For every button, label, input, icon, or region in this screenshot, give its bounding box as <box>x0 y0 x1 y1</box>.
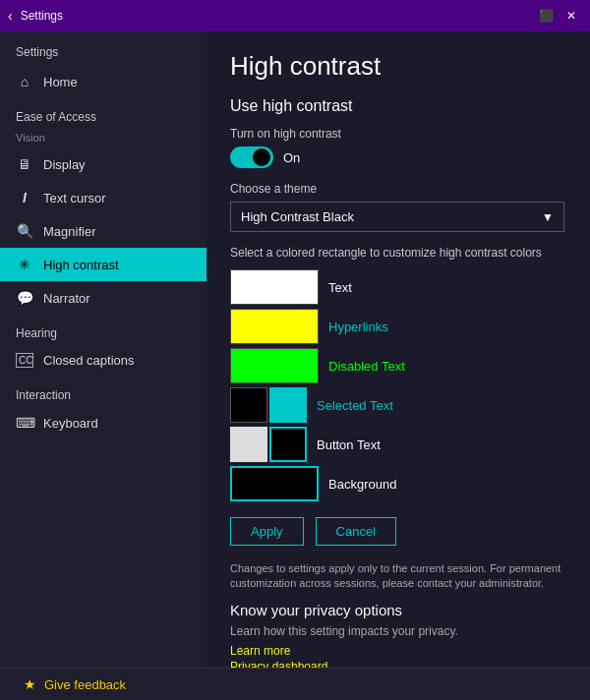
closed-captions-icon: CC <box>16 353 33 368</box>
content-area: High contrast Use high contrast Turn on … <box>206 31 590 668</box>
feedback-bar: ★ Give feedback <box>0 668 590 700</box>
color-box-button-text-1[interactable] <box>230 427 267 462</box>
restore-button[interactable]: ⬛ <box>535 5 557 27</box>
sidebar-top-label: Settings <box>0 39 206 65</box>
high-contrast-icon: ✳ <box>16 257 33 272</box>
magnifier-icon: 🔍 <box>16 223 33 239</box>
color-label-selected-text: Selected Text <box>317 398 393 413</box>
sidebar: Settings ⌂ Home Ease of Access Vision 🖥 … <box>0 31 206 668</box>
color-box-text[interactable] <box>230 269 319 305</box>
title-bar: ‹ Settings ⬛ ✕ <box>0 0 590 31</box>
section-title: Use high contrast <box>230 97 566 115</box>
chevron-down-icon: ▼ <box>542 210 554 224</box>
sidebar-item-closed-captions[interactable]: CC Closed captions <box>0 344 206 377</box>
sidebar-item-home-label: Home <box>43 75 78 89</box>
home-icon: ⌂ <box>16 74 33 89</box>
toggle-state: On <box>283 150 300 165</box>
sidebar-item-closed-captions-label: Closed captions <box>43 353 135 368</box>
customize-label: Select a colored rectangle to customize … <box>230 246 566 260</box>
color-box-selected-text-1[interactable] <box>230 387 267 423</box>
color-label-button-text: Button Text <box>317 438 381 452</box>
sidebar-item-magnifier[interactable]: 🔍 Magnifier <box>0 214 206 248</box>
privacy-note: Changes to settings apply only to the cu… <box>230 561 566 592</box>
narrator-icon: 💬 <box>16 290 33 306</box>
sidebar-item-keyboard-label: Keyboard <box>43 416 98 431</box>
close-button[interactable]: ✕ <box>560 5 582 27</box>
sidebar-item-keyboard[interactable]: ⌨ Keyboard <box>0 406 206 439</box>
color-row-text: Text <box>230 269 566 305</box>
display-icon: 🖥 <box>16 156 33 172</box>
toggle-row: On <box>230 146 566 168</box>
color-box-disabled-text[interactable] <box>230 348 319 383</box>
color-box-selected-text-2[interactable] <box>269 387 307 423</box>
privacy-link-dashboard[interactable]: Privacy dashboard <box>230 660 566 668</box>
apply-button[interactable]: Apply <box>230 517 304 546</box>
title-bar-title: Settings <box>21 9 535 23</box>
sidebar-item-home[interactable]: ⌂ Home <box>0 65 206 98</box>
sidebar-item-magnifier-label: Magnifier <box>43 224 95 239</box>
back-button[interactable]: ‹ <box>8 8 13 24</box>
high-contrast-toggle[interactable] <box>230 146 273 168</box>
sidebar-item-high-contrast-label: High contrast <box>43 258 119 272</box>
color-box-hyperlinks[interactable] <box>230 309 319 344</box>
color-label-hyperlinks: Hyperlinks <box>328 320 388 334</box>
color-row-disabled-text: Disabled Text <box>230 348 566 383</box>
cancel-button[interactable]: Cancel <box>316 517 396 546</box>
theme-selected: High Contrast Black <box>241 209 354 224</box>
sidebar-item-display-label: Display <box>43 157 86 172</box>
theme-dropdown[interactable]: High Contrast Black ▼ <box>230 202 564 232</box>
color-label-disabled-text: Disabled Text <box>328 359 405 374</box>
window-controls: ⬛ ✕ <box>535 5 582 27</box>
feedback-button[interactable]: Give feedback <box>44 677 126 692</box>
app-body: Settings ⌂ Home Ease of Access Vision 🖥 … <box>0 31 590 668</box>
color-row-selected-text: Selected Text <box>230 387 566 423</box>
action-buttons: Apply Cancel <box>230 517 566 546</box>
color-label-background: Background <box>328 477 396 492</box>
sidebar-item-narrator[interactable]: 💬 Narrator <box>0 281 206 315</box>
color-box-background[interactable] <box>230 466 319 501</box>
privacy-link-learn-more[interactable]: Learn more <box>230 644 566 658</box>
sidebar-item-text-cursor[interactable]: I Text cursor <box>0 181 206 214</box>
color-row-background: Background <box>230 466 566 501</box>
feedback-icon: ★ <box>24 676 36 692</box>
page-title: High contrast <box>230 51 566 82</box>
color-row-button-text: Button Text <box>230 427 566 462</box>
sidebar-item-display[interactable]: 🖥 Display <box>0 147 206 181</box>
privacy-desc: Learn how this setting impacts your priv… <box>230 624 566 638</box>
hearing-label: Hearing <box>0 315 206 344</box>
color-box-button-text-2[interactable] <box>269 427 307 462</box>
ease-of-access-label: Ease of Access <box>0 98 206 128</box>
text-cursor-icon: I <box>16 190 33 205</box>
theme-label: Choose a theme <box>230 182 566 196</box>
interaction-label: Interaction <box>0 377 206 406</box>
privacy-title: Know your privacy options <box>230 602 566 618</box>
color-label-text: Text <box>328 280 352 295</box>
color-rows: Text Hyperlinks Disabled Text Selected T… <box>230 269 566 501</box>
sidebar-item-narrator-label: Narrator <box>43 291 90 306</box>
toggle-label: Turn on high contrast <box>230 127 566 141</box>
sidebar-item-text-cursor-label: Text cursor <box>43 191 106 205</box>
color-row-hyperlinks: Hyperlinks <box>230 309 566 344</box>
keyboard-icon: ⌨ <box>16 415 33 431</box>
sidebar-item-high-contrast[interactable]: ✳ High contrast <box>0 248 206 281</box>
vision-label: Vision <box>0 128 206 147</box>
